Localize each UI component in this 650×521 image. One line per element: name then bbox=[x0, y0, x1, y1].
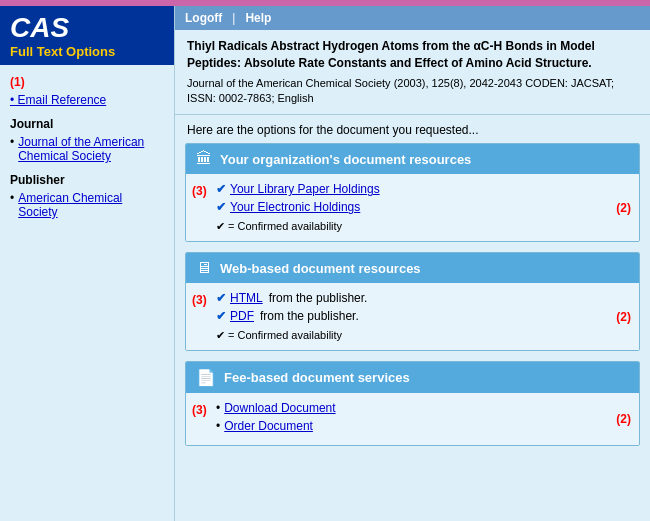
content-topbar: Logoff | Help bbox=[175, 6, 650, 30]
pdf-link[interactable]: PDF bbox=[230, 309, 254, 323]
order-bullet: • bbox=[216, 419, 220, 433]
fee-section-header: 📄 Fee-based document services bbox=[186, 362, 639, 393]
logo-subtitle: Full Text Options bbox=[10, 44, 115, 59]
topbar-separator: | bbox=[232, 11, 235, 25]
fee-number-left: (3) bbox=[192, 403, 207, 417]
article-info: Thiyl Radicals Abstract Hydrogen Atoms f… bbox=[175, 30, 650, 115]
checkmark-1: ✔ bbox=[216, 182, 226, 196]
sidebar-number-1: (1) bbox=[10, 75, 164, 89]
help-link[interactable]: Help bbox=[245, 11, 271, 25]
email-reference-link[interactable]: • Email Reference bbox=[10, 93, 106, 107]
electronic-holdings-item: ✔ Your Electronic Holdings bbox=[216, 200, 627, 214]
journal-section-label: Journal bbox=[10, 117, 164, 131]
fee-section-title: Fee-based document services bbox=[224, 370, 410, 385]
checkmark-3: ✔ bbox=[216, 291, 226, 305]
web-number-right: (2) bbox=[616, 310, 631, 324]
org-confirmed-note: ✔ = Confirmed availability bbox=[216, 220, 627, 233]
checkmark-2: ✔ bbox=[216, 200, 226, 214]
fee-number-right: (2) bbox=[616, 412, 631, 426]
org-section-body: (3) (2) ✔ Your Library Paper Holdings ✔ … bbox=[186, 174, 639, 241]
publisher-bullet: • bbox=[10, 191, 14, 205]
logoff-link[interactable]: Logoff bbox=[185, 11, 222, 25]
checkmark-4: ✔ bbox=[216, 309, 226, 323]
html-item: ✔ HTML from the publisher. bbox=[216, 291, 627, 305]
download-item: • Download Document bbox=[216, 401, 627, 415]
web-section-body: (3) (2) ✔ HTML from the publisher. ✔ PDF… bbox=[186, 283, 639, 350]
publisher-section-label: Publisher bbox=[10, 173, 164, 187]
order-item: • Order Document bbox=[216, 419, 627, 433]
org-section: 🏛 Your organization's document resources… bbox=[185, 143, 640, 242]
web-section: 🖥 Web-based document resources (3) (2) ✔… bbox=[185, 252, 640, 351]
journal-item: • Journal of the American Chemical Socie… bbox=[10, 135, 164, 163]
fee-section-body: (3) (2) • Download Document • Order Docu… bbox=[186, 393, 639, 445]
pdf-item: ✔ PDF from the publisher. bbox=[216, 309, 627, 323]
document-icon: 📄 bbox=[196, 368, 216, 387]
org-section-header: 🏛 Your organization's document resources bbox=[186, 144, 639, 174]
web-section-title: Web-based document resources bbox=[220, 261, 421, 276]
org-section-title: Your organization's document resources bbox=[220, 152, 471, 167]
web-number-left: (3) bbox=[192, 293, 207, 307]
html-link[interactable]: HTML bbox=[230, 291, 263, 305]
library-holdings-item: ✔ Your Library Paper Holdings bbox=[216, 182, 627, 196]
electronic-holdings-link[interactable]: Your Electronic Holdings bbox=[230, 200, 360, 214]
email-reference-item[interactable]: • Email Reference bbox=[10, 93, 164, 107]
org-number-left: (3) bbox=[192, 184, 207, 198]
download-bullet: • bbox=[216, 401, 220, 415]
pdf-suffix: from the publisher. bbox=[260, 309, 359, 323]
web-confirmed-note: ✔ = Confirmed availability bbox=[216, 329, 627, 342]
options-intro: Here are the options for the document yo… bbox=[175, 115, 650, 143]
html-suffix: from the publisher. bbox=[269, 291, 368, 305]
building-icon: 🏛 bbox=[196, 150, 212, 168]
publisher-link[interactable]: American Chemical Society bbox=[18, 191, 164, 219]
journal-bullet: • bbox=[10, 135, 14, 149]
order-link[interactable]: Order Document bbox=[224, 419, 313, 433]
library-holdings-link[interactable]: Your Library Paper Holdings bbox=[230, 182, 380, 196]
cas-logo: CAS bbox=[10, 14, 69, 42]
org-number-right: (2) bbox=[616, 201, 631, 215]
monitor-icon: 🖥 bbox=[196, 259, 212, 277]
journal-link[interactable]: Journal of the American Chemical Society bbox=[18, 135, 164, 163]
article-meta: Journal of the American Chemical Society… bbox=[187, 76, 638, 107]
fee-section: 📄 Fee-based document services (3) (2) • … bbox=[185, 361, 640, 446]
download-link[interactable]: Download Document bbox=[224, 401, 335, 415]
web-section-header: 🖥 Web-based document resources bbox=[186, 253, 639, 283]
article-title: Thiyl Radicals Abstract Hydrogen Atoms f… bbox=[187, 38, 638, 72]
publisher-item: • American Chemical Society bbox=[10, 191, 164, 219]
